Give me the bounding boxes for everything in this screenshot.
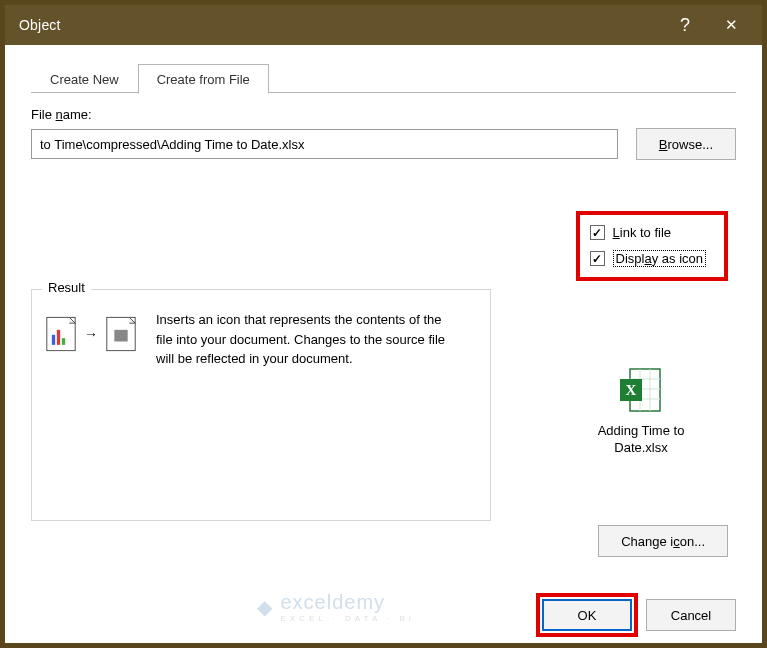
dialog-window: { "titlebar": { "title": "Object", "help… <box>0 0 767 648</box>
link-to-file-label: Link to file <box>613 225 672 240</box>
chart-document-icon <box>46 313 76 355</box>
checkbox-highlight-area: ✓ Link to file ✓ Display as icon <box>576 211 728 281</box>
excel-file-icon: X <box>616 365 666 415</box>
svg-rect-2 <box>57 330 60 345</box>
dialog-body: Create New Create from File File name: B… <box>5 45 762 643</box>
watermark: ◆ exceldemy EXCEL · DATA · BI <box>257 591 415 623</box>
svg-text:X: X <box>626 382 637 398</box>
filename-input[interactable] <box>31 129 618 159</box>
placeholder-document-icon <box>106 313 136 355</box>
watermark-tagline: EXCEL · DATA · BI <box>280 614 415 623</box>
svg-rect-5 <box>114 330 127 342</box>
ok-button[interactable]: OK <box>542 599 632 631</box>
dialog-button-bar: OK Cancel <box>542 599 736 631</box>
icon-preview-filename: Adding Time to Date.xlsx <box>576 423 706 457</box>
result-description: Inserts an icon that represents the cont… <box>156 310 456 369</box>
display-as-icon-checkbox[interactable]: ✓ Display as icon <box>590 250 706 267</box>
link-to-file-checkbox[interactable]: ✓ Link to file <box>590 225 706 240</box>
checkmark-icon: ✓ <box>590 225 605 240</box>
help-button[interactable]: ? <box>662 5 708 45</box>
cancel-button[interactable]: Cancel <box>646 599 736 631</box>
watermark-brand: exceldemy <box>280 591 415 614</box>
close-button[interactable]: ✕ <box>708 5 754 45</box>
tab-create-new[interactable]: Create New <box>31 64 138 94</box>
watermark-logo-icon: ◆ <box>257 595 272 619</box>
svg-rect-1 <box>52 335 55 345</box>
file-row: Browse... <box>31 128 736 160</box>
result-fieldset: Result → <box>31 289 491 521</box>
svg-rect-3 <box>62 338 65 345</box>
tab-strip: Create New Create from File <box>31 63 736 93</box>
dialog-title: Object <box>19 17 662 33</box>
display-as-icon-label: Display as icon <box>613 250 706 267</box>
icon-preview: X Adding Time to Date.xlsx <box>576 365 706 457</box>
titlebar: Object ? ✕ <box>5 5 762 45</box>
browse-button[interactable]: Browse... <box>636 128 736 160</box>
arrow-right-icon: → <box>84 326 98 342</box>
filename-label: File name: <box>31 107 736 122</box>
checkmark-icon: ✓ <box>590 251 605 266</box>
result-legend: Result <box>42 280 91 295</box>
tab-create-from-file[interactable]: Create from File <box>138 64 269 94</box>
result-illustration: → <box>46 310 136 358</box>
change-icon-button[interactable]: Change icon... <box>598 525 728 557</box>
